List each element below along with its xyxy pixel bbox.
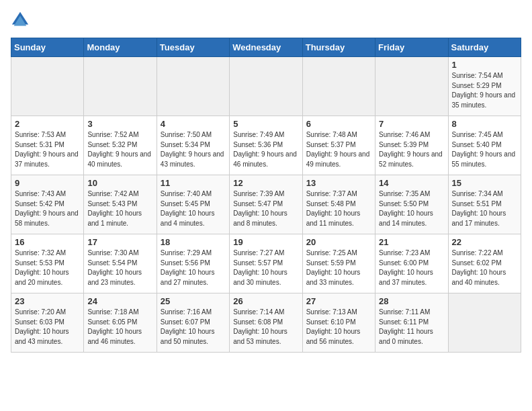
day-info: Sunrise: 7:54 AM Sunset: 5:29 PM Dayligh… (452, 71, 517, 110)
calendar-cell (84, 57, 157, 116)
day-number: 10 (87, 178, 152, 188)
calendar-cell: 14Sunrise: 7:35 AM Sunset: 5:50 PM Dayli… (375, 175, 448, 234)
day-number: 2 (15, 119, 80, 129)
day-info: Sunrise: 7:40 AM Sunset: 5:45 PM Dayligh… (161, 189, 226, 228)
logo (11, 11, 32, 30)
day-info: Sunrise: 7:23 AM Sunset: 6:00 PM Dayligh… (379, 248, 444, 287)
calendar-cell: 16Sunrise: 7:32 AM Sunset: 5:53 PM Dayli… (11, 234, 84, 293)
calendar-cell: 15Sunrise: 7:34 AM Sunset: 5:51 PM Dayli… (448, 175, 521, 234)
day-number: 4 (161, 119, 226, 129)
day-number: 3 (87, 119, 152, 129)
day-number: 5 (233, 119, 298, 129)
day-number: 25 (161, 296, 226, 306)
column-header-friday: Friday (375, 38, 448, 57)
calendar-cell: 21Sunrise: 7:23 AM Sunset: 6:00 PM Dayli… (375, 234, 448, 293)
day-number: 26 (233, 296, 298, 306)
day-info: Sunrise: 7:22 AM Sunset: 6:02 PM Dayligh… (452, 248, 517, 287)
calendar-cell: 4Sunrise: 7:50 AM Sunset: 5:34 PM Daylig… (157, 116, 229, 175)
calendar-cell: 6Sunrise: 7:48 AM Sunset: 5:37 PM Daylig… (302, 116, 375, 175)
calendar-cell: 10Sunrise: 7:42 AM Sunset: 5:43 PM Dayli… (84, 175, 157, 234)
day-number: 9 (15, 178, 80, 188)
day-info: Sunrise: 7:34 AM Sunset: 5:51 PM Dayligh… (452, 189, 517, 228)
week-row-2: 2Sunrise: 7:53 AM Sunset: 5:31 PM Daylig… (11, 116, 521, 175)
day-info: Sunrise: 7:42 AM Sunset: 5:43 PM Dayligh… (87, 189, 152, 228)
day-info: Sunrise: 7:18 AM Sunset: 6:05 PM Dayligh… (87, 308, 152, 347)
calendar-cell: 8Sunrise: 7:45 AM Sunset: 5:40 PM Daylig… (448, 116, 521, 175)
day-number: 17 (87, 237, 152, 247)
column-header-tuesday: Tuesday (157, 38, 229, 57)
day-number: 23 (15, 296, 80, 306)
calendar-table: SundayMondayTuesdayWednesdayThursdayFrid… (11, 38, 521, 353)
calendar-cell: 5Sunrise: 7:49 AM Sunset: 5:36 PM Daylig… (230, 116, 302, 175)
calendar-header: SundayMondayTuesdayWednesdayThursdayFrid… (11, 38, 521, 57)
logo-icon (11, 11, 30, 30)
week-row-1: 1Sunrise: 7:54 AM Sunset: 5:29 PM Daylig… (11, 57, 521, 116)
header (11, 11, 521, 30)
day-info: Sunrise: 7:20 AM Sunset: 6:03 PM Dayligh… (15, 308, 80, 347)
column-header-thursday: Thursday (302, 38, 375, 57)
day-info: Sunrise: 7:45 AM Sunset: 5:40 PM Dayligh… (452, 130, 517, 169)
day-number: 8 (452, 119, 517, 129)
calendar-cell (11, 57, 84, 116)
column-header-sunday: Sunday (11, 38, 84, 57)
day-info: Sunrise: 7:43 AM Sunset: 5:42 PM Dayligh… (15, 189, 80, 228)
day-info: Sunrise: 7:30 AM Sunset: 5:54 PM Dayligh… (87, 248, 152, 287)
day-info: Sunrise: 7:53 AM Sunset: 5:31 PM Dayligh… (15, 130, 80, 169)
calendar-cell (448, 293, 521, 353)
calendar-cell: 27Sunrise: 7:13 AM Sunset: 6:10 PM Dayli… (302, 293, 375, 353)
day-header-row: SundayMondayTuesdayWednesdayThursdayFrid… (11, 38, 521, 57)
day-number: 6 (306, 119, 371, 129)
calendar-cell: 22Sunrise: 7:22 AM Sunset: 6:02 PM Dayli… (448, 234, 521, 293)
day-number: 11 (161, 178, 226, 188)
day-number: 28 (379, 296, 444, 306)
column-header-wednesday: Wednesday (230, 38, 302, 57)
day-info: Sunrise: 7:46 AM Sunset: 5:39 PM Dayligh… (379, 130, 444, 169)
day-number: 1 (452, 60, 517, 70)
calendar-cell (230, 57, 302, 116)
day-info: Sunrise: 7:35 AM Sunset: 5:50 PM Dayligh… (379, 189, 444, 228)
column-header-saturday: Saturday (448, 38, 521, 57)
day-info: Sunrise: 7:14 AM Sunset: 6:08 PM Dayligh… (233, 308, 298, 347)
calendar-cell: 18Sunrise: 7:29 AM Sunset: 5:56 PM Dayli… (157, 234, 229, 293)
calendar-cell: 28Sunrise: 7:11 AM Sunset: 6:11 PM Dayli… (375, 293, 448, 353)
day-info: Sunrise: 7:37 AM Sunset: 5:48 PM Dayligh… (306, 189, 371, 228)
day-number: 27 (306, 296, 371, 306)
calendar-cell: 20Sunrise: 7:25 AM Sunset: 5:59 PM Dayli… (302, 234, 375, 293)
day-info: Sunrise: 7:25 AM Sunset: 5:59 PM Dayligh… (306, 248, 371, 287)
day-info: Sunrise: 7:32 AM Sunset: 5:53 PM Dayligh… (15, 248, 80, 287)
day-number: 18 (161, 237, 226, 247)
day-info: Sunrise: 7:11 AM Sunset: 6:11 PM Dayligh… (379, 308, 444, 347)
day-number: 24 (87, 296, 152, 306)
day-info: Sunrise: 7:27 AM Sunset: 5:57 PM Dayligh… (233, 248, 298, 287)
day-number: 21 (379, 237, 444, 247)
day-info: Sunrise: 7:49 AM Sunset: 5:36 PM Dayligh… (233, 130, 298, 169)
calendar-cell: 19Sunrise: 7:27 AM Sunset: 5:57 PM Dayli… (230, 234, 302, 293)
calendar-cell: 23Sunrise: 7:20 AM Sunset: 6:03 PM Dayli… (11, 293, 84, 353)
day-info: Sunrise: 7:52 AM Sunset: 5:32 PM Dayligh… (87, 130, 152, 169)
day-number: 22 (452, 237, 517, 247)
calendar-cell: 2Sunrise: 7:53 AM Sunset: 5:31 PM Daylig… (11, 116, 84, 175)
day-info: Sunrise: 7:39 AM Sunset: 5:47 PM Dayligh… (233, 189, 298, 228)
day-number: 19 (233, 237, 298, 247)
day-number: 12 (233, 178, 298, 188)
calendar-cell: 1Sunrise: 7:54 AM Sunset: 5:29 PM Daylig… (448, 57, 521, 116)
day-info: Sunrise: 7:50 AM Sunset: 5:34 PM Dayligh… (161, 130, 226, 169)
calendar-cell: 9Sunrise: 7:43 AM Sunset: 5:42 PM Daylig… (11, 175, 84, 234)
day-number: 14 (379, 178, 444, 188)
calendar-cell (375, 57, 448, 116)
day-number: 16 (15, 237, 80, 247)
calendar-cell (302, 57, 375, 116)
calendar-cell: 12Sunrise: 7:39 AM Sunset: 5:47 PM Dayli… (230, 175, 302, 234)
week-row-3: 9Sunrise: 7:43 AM Sunset: 5:42 PM Daylig… (11, 175, 521, 234)
calendar-cell: 3Sunrise: 7:52 AM Sunset: 5:32 PM Daylig… (84, 116, 157, 175)
calendar-cell: 25Sunrise: 7:16 AM Sunset: 6:07 PM Dayli… (157, 293, 229, 353)
calendar-cell (157, 57, 229, 116)
calendar-cell: 7Sunrise: 7:46 AM Sunset: 5:39 PM Daylig… (375, 116, 448, 175)
week-row-4: 16Sunrise: 7:32 AM Sunset: 5:53 PM Dayli… (11, 234, 521, 293)
day-info: Sunrise: 7:48 AM Sunset: 5:37 PM Dayligh… (306, 130, 371, 169)
column-header-monday: Monday (84, 38, 157, 57)
day-info: Sunrise: 7:13 AM Sunset: 6:10 PM Dayligh… (306, 308, 371, 347)
day-number: 13 (306, 178, 371, 188)
calendar-cell: 26Sunrise: 7:14 AM Sunset: 6:08 PM Dayli… (230, 293, 302, 353)
day-number: 7 (379, 119, 444, 129)
